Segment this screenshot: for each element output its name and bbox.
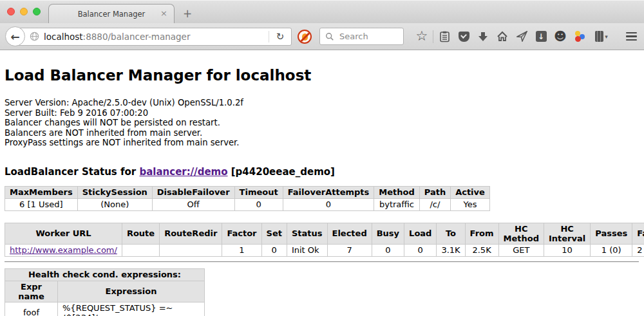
health_table-title: Health check cond. expressions: [5, 268, 205, 281]
pocket-icon[interactable] [459, 32, 469, 42]
worker_table-header: Route [122, 223, 159, 244]
health_table-cell: foof [5, 302, 58, 316]
worker_table-cell [122, 244, 159, 256]
balancer_table-cell: Yes [451, 198, 490, 210]
worker_table-header: To [437, 223, 465, 244]
worker_table-cell: Init Ok [287, 244, 327, 256]
worker_table-header: HC Interval [544, 223, 590, 244]
balancer_table-header: Path [419, 186, 450, 198]
toolbar-icons: ☆ [412, 30, 644, 43]
worker_table-header: Set [261, 223, 287, 244]
browser-titlebar: Balancer Manager × + [0, 0, 644, 23]
url-bar[interactable]: localhost:8880/balancer-manager ↻ [16, 28, 292, 46]
worker_table-cell: 3.1K [437, 244, 465, 256]
balancer_table-cell: bytraffic [374, 198, 419, 210]
search-input[interactable] [338, 31, 396, 42]
chevron-down-icon[interactable]: ▾ [605, 33, 608, 40]
worker_table-header: Elected [327, 223, 372, 244]
worker_table-cell: 0 [404, 244, 437, 256]
status-heading-prefix: LoadBalancer Status for [5, 166, 139, 178]
worker_table-header: Factor [222, 223, 261, 244]
server-built-line: Server Built: Feb 9 2016 07:00:20 [5, 108, 639, 118]
health_table-header: Expr name [5, 281, 58, 302]
search-bar[interactable] [319, 28, 404, 45]
balancer_table-cell: /c/ [419, 198, 450, 210]
minimize-window-button[interactable] [20, 8, 28, 15]
browser-tab[interactable]: Balancer Manager × [48, 4, 175, 23]
worker_table-cell: 2.5K [465, 244, 498, 256]
health_table-cell: %{REQUEST_STATUS} =~ /^[234]/ [58, 302, 205, 316]
worker_table-link[interactable]: http://www.example.com/ [10, 245, 117, 255]
worker_table-cell [160, 244, 222, 256]
flash-blocked-icon[interactable] [298, 30, 312, 44]
url-text: localhost:8880/balancer-manager [44, 32, 190, 42]
reading-list-icon[interactable] [435, 31, 454, 42]
table-row: foof%{REQUEST_STATUS} =~ /^[234]/ [5, 302, 205, 316]
emoji-icon[interactable]: ☻ [554, 30, 567, 42]
balancer_table-cell: 0 [234, 198, 283, 210]
worker_table-header: Passes [591, 223, 632, 244]
balancer_table-header: MaxMembers [5, 186, 78, 198]
search-icon [325, 32, 334, 41]
worker-status-table: Worker URLRouteRouteRedirFactorSetStatus… [5, 223, 644, 257]
balancer_table-cell: (None) [77, 198, 152, 210]
worker_table-header: Busy [372, 223, 404, 244]
worker_table-header: Worker URL [5, 223, 122, 244]
worker_table-header: Load [404, 223, 437, 244]
page-content: Load Balancer Manager for localhost Serv… [0, 50, 644, 316]
table-row: 6 [1 Used](None)Off00bytraffic/c/Yes [5, 198, 490, 210]
container-addon-icon[interactable]: ▾ [589, 31, 614, 42]
browser-toolbar: ← localhost:8880/balancer-manager ↻ ☆ [0, 23, 644, 50]
colored-dots-addon-icon[interactable] [574, 31, 585, 42]
container-icon [595, 31, 603, 42]
balancer_table-header: StickySession [77, 186, 152, 198]
worker_table-header: RouteRedir [160, 223, 222, 244]
menu-icon[interactable] [626, 32, 637, 41]
url-host: localhost [44, 32, 83, 42]
worker_table-cell: 1 (0) [591, 244, 632, 256]
worker_table-header: Fails [632, 223, 644, 244]
new-tab-button[interactable]: + [183, 8, 192, 19]
health_table-header: Expression [58, 281, 205, 302]
worker_table-header: Status [287, 223, 327, 244]
home-icon[interactable] [493, 31, 512, 42]
back-icon: ← [10, 30, 19, 43]
back-button[interactable]: ← [5, 26, 25, 46]
worker_table-cell: 10 [544, 244, 590, 256]
table-row: http://www.example.com/10Init Ok7003.1K2… [5, 244, 644, 256]
download-manager-icon[interactable]: ↓ [536, 31, 547, 42]
balancer_table-cell: 0 [283, 198, 374, 210]
worker_table-cell: 0 [372, 244, 404, 256]
balancer_table-header: Timeout [234, 186, 283, 198]
worker_table-header: From [465, 223, 498, 244]
balancer_table-cell: 6 [1 Used] [5, 198, 78, 210]
balancer_table-header: DisableFailover [152, 186, 234, 198]
balancer_table-cell: Off [152, 198, 234, 210]
close-window-button[interactable] [7, 8, 15, 15]
tab-close-icon[interactable]: × [160, 9, 167, 18]
health-check-expressions-table: Health check cond. expressions:Expr name… [5, 268, 205, 316]
server-version-line: Server Version: Apache/2.5.0-dev (Unix) … [5, 98, 639, 108]
divider [5, 261, 639, 263]
tab-title: Balancer Manager [78, 10, 146, 19]
balancer_table-header: Active [451, 186, 490, 198]
worker_table-cell: 2 (0) [632, 244, 644, 256]
window-controls [7, 8, 41, 15]
worker_table-cell: http://www.example.com/ [5, 244, 122, 256]
zoom-window-button[interactable] [33, 8, 41, 15]
balancer_table-header: Method [374, 186, 419, 198]
proxypass-notice-line: ProxyPass settings are NOT inherited fro… [5, 138, 639, 148]
bookmark-star-icon[interactable]: ☆ [416, 30, 428, 43]
url-path: :8880/balancer-manager [83, 32, 191, 42]
balancer-demo-link[interactable]: balancer://demo [139, 166, 227, 178]
downloads-icon[interactable] [473, 32, 493, 42]
reload-icon[interactable]: ↻ [269, 31, 291, 42]
balancers-notice-line: Balancers are NOT inherited from main se… [5, 128, 639, 138]
persist-notice-line: Balancer changes will NOT be persisted o… [5, 118, 639, 128]
worker_table-cell: GET [498, 244, 544, 256]
balancer_table-header: FailoverAttempts [283, 186, 374, 198]
balancer-status-table: MaxMembersStickySessionDisableFailoverTi… [5, 186, 490, 211]
flame-icon [302, 33, 308, 41]
send-tab-icon[interactable] [512, 31, 531, 42]
worker_table-cell: 7 [327, 244, 372, 256]
